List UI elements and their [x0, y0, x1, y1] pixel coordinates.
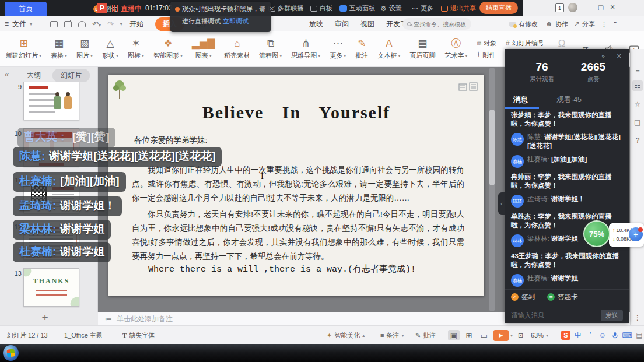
- ribbon-item[interactable]: △ 形状▾: [102, 38, 118, 60]
- ime-punctuation-icon[interactable]: ’: [586, 331, 595, 340]
- document-count-badge[interactable]: 1: [555, 3, 564, 12]
- end-live-button[interactable]: 结束直播: [480, 2, 518, 14]
- slide-canvas[interactable]: Believe In Yourself 各位亲爱的学弟学妹: 我知道你们正在经历…: [108, 75, 484, 296]
- ribbon-item[interactable]: ⊞ 新建幻灯片▾: [6, 38, 41, 60]
- panel-popout-icon[interactable]: «: [600, 52, 608, 60]
- collapse-panel-icon[interactable]: «: [5, 70, 9, 79]
- file-menu[interactable]: ≡ 文件 ▾: [5, 16, 32, 31]
- minimize-button[interactable]: —: [584, 3, 594, 10]
- customize-toolbar-icon[interactable]: ▾: [120, 22, 123, 27]
- toast-close-icon[interactable]: ✕: [269, 5, 274, 13]
- slide-sorter-view-button[interactable]: ⊞: [463, 330, 475, 340]
- search-input[interactable]: [414, 21, 466, 27]
- start-button[interactable]: [3, 345, 19, 361]
- slideshow-play-button[interactable]: ▶: [494, 330, 509, 341]
- ribbon-item[interactable]: A 文本框▾: [377, 38, 400, 60]
- help-icon[interactable]: ?: [632, 135, 643, 146]
- close-button[interactable]: ✕: [608, 3, 617, 11]
- redo-icon[interactable]: ↷: [107, 20, 114, 29]
- ribbon-item[interactable]: ▂▅▇ 图表▾: [192, 38, 215, 60]
- chat-message-list[interactable]: 张梦娟：李梦，我来围观你的直播啦，为你点赞！ 陈慧 陈慧: 谢谢学姐[送花花][…: [505, 110, 629, 287]
- whiteboard-button[interactable]: 白板: [310, 4, 332, 13]
- menu-tab[interactable]: 审阅: [335, 19, 349, 29]
- search-box[interactable]: [402, 18, 471, 30]
- menu-tab[interactable]: 放映: [309, 19, 323, 29]
- answer-card-button[interactable]: ≣ 答题卡: [547, 293, 578, 301]
- ribbon-item[interactable]: ⋔ 思维导图▾: [291, 38, 320, 60]
- add-slide-button[interactable]: +: [35, 312, 55, 324]
- share-button[interactable]: ↗ 分享: [574, 16, 595, 31]
- menu-tab[interactable]: 开始: [130, 19, 144, 29]
- slide-number-button[interactable]: #幻灯片编号: [506, 39, 546, 48]
- memory-usage-ball[interactable]: 75%: [583, 220, 610, 247]
- ribbon-item[interactable]: ⧉ 流程图▾: [259, 38, 282, 60]
- effects-star-icon[interactable]: ☆: [632, 99, 643, 110]
- ribbon-item[interactable]: ✎ 批注▾: [355, 38, 368, 60]
- chat-avatar[interactable]: 赛楠: [511, 155, 524, 168]
- ribbon-item[interactable]: Ⓐ 艺术字▾: [444, 38, 467, 60]
- emoji-icon[interactable]: ☺: [598, 331, 607, 340]
- print-icon[interactable]: [64, 21, 72, 27]
- accelerator-ball-icon[interactable]: +: [629, 227, 643, 241]
- tab-watching[interactable]: 观看·45: [556, 95, 582, 105]
- user-avatar[interactable]: [568, 3, 578, 12]
- exit-share-button[interactable]: 退出共享: [441, 4, 476, 13]
- chat-input[interactable]: [511, 312, 601, 319]
- menu-tab[interactable]: 视图: [360, 19, 374, 29]
- comments-button[interactable]: ✎ 批注: [415, 326, 436, 345]
- chat-avatar[interactable]: 赛楠: [511, 274, 524, 287]
- live-more-button[interactable]: ⋯ 更多: [412, 4, 433, 13]
- ribbon-item[interactable]: ▧ 图片▾: [76, 38, 93, 60]
- notes-toggle-button[interactable]: ≡ 备注 ▾: [380, 326, 404, 345]
- slide-thumbnail[interactable]: 9: [23, 82, 79, 120]
- chat-avatar[interactable]: 陈慧: [511, 133, 524, 146]
- microphone-icon[interactable]: [610, 331, 620, 340]
- ime-language-icon[interactable]: 中: [573, 331, 583, 340]
- chat-avatar[interactable]: 琦琦: [511, 195, 524, 208]
- object-button[interactable]: ⧈对象: [477, 39, 496, 48]
- save-icon[interactable]: [50, 21, 58, 27]
- print-preview-icon[interactable]: [78, 21, 86, 27]
- tab-slides[interactable]: 幻灯片: [52, 69, 90, 82]
- slide-thumbnail[interactable]: 13 THANKS: [23, 268, 79, 307]
- wps-presentation-doc-icon[interactable]: P: [97, 3, 107, 13]
- play-options-chevron-icon[interactable]: ▾: [510, 333, 513, 338]
- sidebar-more-icon[interactable]: ⋮: [632, 312, 643, 323]
- reading-view-button[interactable]: ▭: [478, 330, 490, 340]
- interaction-panel-button[interactable]: 互动面板: [340, 4, 375, 13]
- tab-messages[interactable]: 消息: [513, 95, 528, 105]
- ribbon-item[interactable]: ▦ 表格▾: [51, 38, 67, 60]
- ribbon-item[interactable]: ✶ 图标▾: [128, 38, 144, 60]
- panel-close-icon[interactable]: ✕: [617, 52, 622, 60]
- fit-slide-icon[interactable]: ⊡: [518, 326, 523, 345]
- toolbox-icon[interactable]: ▤: [635, 331, 644, 340]
- ribbon-item[interactable]: ▤ 页眉页脚▾: [410, 38, 435, 60]
- modified-status[interactable]: 有修改: [509, 16, 538, 31]
- more-menu-icon[interactable]: ⋮: [601, 16, 607, 31]
- tab-home[interactable]: 首页: [5, 2, 47, 16]
- smart-beautify-button[interactable]: ✦ 智能美化 ▴: [327, 326, 365, 345]
- signin-button[interactable]: ✓ 签到: [511, 293, 535, 301]
- normal-view-button[interactable]: ▣: [448, 330, 460, 340]
- chat-avatar[interactable]: 林林: [511, 234, 524, 247]
- collaborate-button[interactable]: ☻ 协作: [545, 16, 568, 31]
- canvas-scrollbar[interactable]: [489, 68, 495, 311]
- outline-lines-icon[interactable]: ≡: [632, 66, 643, 77]
- properties-slider-icon[interactable]: ⚏: [632, 80, 643, 91]
- debug-now-link[interactable]: 立即调试: [223, 17, 249, 26]
- attachment-button[interactable]: ⌇附件: [477, 51, 496, 59]
- zoom-level[interactable]: 63% ▾: [531, 326, 548, 345]
- sogou-logo-icon[interactable]: S: [561, 331, 570, 340]
- scrollbar-thumb[interactable]: [489, 110, 495, 185]
- theme-name[interactable]: 1_Office 主题: [64, 326, 103, 345]
- missing-font-warning[interactable]: T 缺失字体: [123, 326, 155, 345]
- collapse-ribbon-icon[interactable]: ⌃: [612, 16, 618, 31]
- restore-button[interactable]: ▢: [596, 3, 606, 11]
- panes-icon[interactable]: ❏: [632, 118, 643, 128]
- ribbon-item[interactable]: ⋯ 更多▾: [330, 38, 346, 60]
- panel-collapse-handle[interactable]: ‹: [498, 192, 505, 215]
- undo-icon[interactable]: ↶▾: [92, 20, 101, 29]
- keyboard-icon[interactable]: ⌨: [622, 331, 632, 340]
- tab-outline[interactable]: 大纲: [27, 71, 41, 80]
- ribbon-item[interactable]: ⌂ 稻壳素材▾: [224, 38, 250, 60]
